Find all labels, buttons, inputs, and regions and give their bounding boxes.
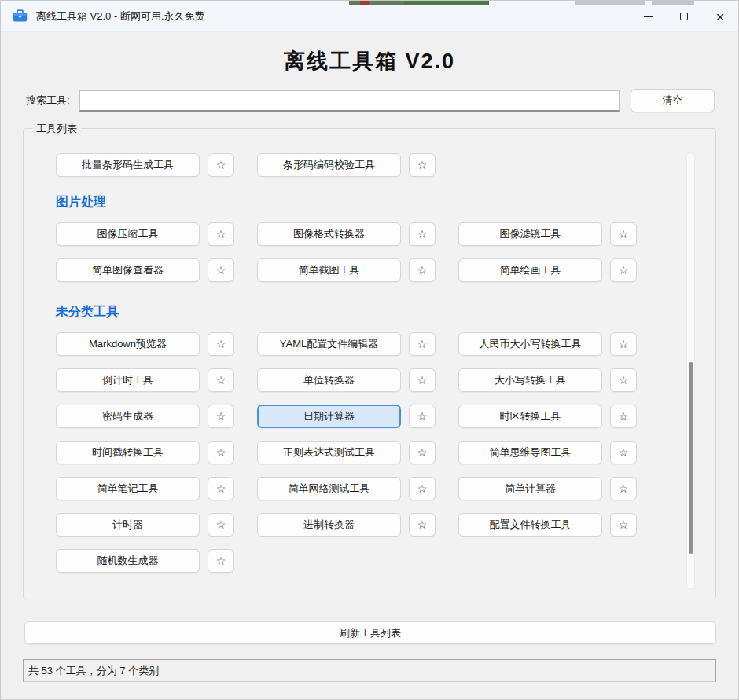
favorite-star-button[interactable]: ☆ bbox=[208, 405, 234, 428]
background-artifact bbox=[349, 1, 404, 5]
favorite-star-button[interactable]: ☆ bbox=[208, 549, 234, 573]
background-artifact bbox=[360, 1, 370, 5]
minimize-button[interactable] bbox=[630, 1, 666, 32]
favorite-star-button[interactable]: ☆ bbox=[208, 222, 234, 246]
close-button[interactable]: × bbox=[702, 1, 738, 32]
tool-cell: 简单笔记工具☆ bbox=[56, 477, 234, 500]
tool-button[interactable]: 图像滤镜工具 bbox=[458, 222, 602, 246]
tool-button[interactable]: 进制转换器 bbox=[257, 513, 401, 537]
favorite-star-button[interactable]: ☆ bbox=[409, 332, 436, 356]
favorite-star-button[interactable]: ☆ bbox=[409, 513, 436, 537]
favorite-star-button[interactable]: ☆ bbox=[409, 477, 436, 500]
tool-cell: 随机数生成器☆ bbox=[56, 549, 234, 573]
favorite-star-button[interactable]: ☆ bbox=[610, 441, 637, 464]
favorite-star-button[interactable]: ☆ bbox=[409, 153, 436, 177]
category-heading: 图片处理 bbox=[56, 194, 679, 211]
minimize-icon bbox=[644, 16, 653, 17]
favorite-star-button[interactable]: ☆ bbox=[610, 222, 637, 246]
tool-grid: Markdown预览器☆YAML配置文件编辑器☆人民币大小写转换工具☆倒计时工具… bbox=[24, 332, 679, 573]
tool-button[interactable]: 人民币大小写转换工具 bbox=[458, 332, 602, 356]
search-input[interactable] bbox=[79, 90, 620, 112]
tool-cell: 倒计时工具☆ bbox=[56, 368, 234, 392]
tool-cell: 图像格式转换器☆ bbox=[257, 222, 436, 246]
tool-button[interactable]: 单位转换器 bbox=[257, 368, 401, 392]
favorite-star-button[interactable]: ☆ bbox=[610, 332, 637, 356]
search-row: 搜索工具: 清空 bbox=[26, 89, 715, 112]
clear-search-button[interactable]: 清空 bbox=[631, 89, 715, 112]
tool-button[interactable]: 简单笔记工具 bbox=[56, 477, 200, 500]
tool-button[interactable]: 随机数生成器 bbox=[56, 549, 200, 573]
status-bar: 共 53 个工具，分为 7 个类别 bbox=[23, 659, 716, 682]
tool-button[interactable]: YAML配置文件编辑器 bbox=[257, 332, 401, 356]
tool-button[interactable]: 配置文件转换工具 bbox=[458, 513, 602, 537]
tool-cell: YAML配置文件编辑器☆ bbox=[257, 332, 436, 356]
tool-button[interactable]: 简单计算器 bbox=[458, 477, 602, 500]
tool-button[interactable]: 日期计算器 bbox=[257, 405, 401, 428]
tool-button[interactable]: 计时器 bbox=[56, 513, 200, 537]
tool-cell: 时区转换工具☆ bbox=[458, 405, 637, 428]
toolbox-app-icon bbox=[12, 8, 28, 24]
favorite-star-button[interactable]: ☆ bbox=[409, 222, 436, 246]
favorite-star-button[interactable]: ☆ bbox=[409, 405, 436, 428]
tool-cell: 图像压缩工具☆ bbox=[56, 222, 234, 246]
tool-button[interactable]: 大小写转换工具 bbox=[458, 368, 602, 392]
favorite-star-button[interactable]: ☆ bbox=[409, 368, 436, 392]
refresh-tool-list-button[interactable]: 刷新工具列表 bbox=[24, 621, 716, 644]
tool-button[interactable]: 正则表达式测试工具 bbox=[257, 441, 401, 464]
tool-button[interactable]: 时区转换工具 bbox=[458, 405, 602, 428]
favorite-star-button[interactable]: ☆ bbox=[208, 477, 234, 500]
favorite-star-button[interactable]: ☆ bbox=[610, 258, 637, 282]
tool-list: 批量条形码生成工具☆条形码编码校验工具☆图片处理图像压缩工具☆图像格式转换器☆图… bbox=[24, 135, 679, 594]
tool-cell: 正则表达式测试工具☆ bbox=[257, 441, 436, 464]
favorite-star-button[interactable]: ☆ bbox=[610, 405, 637, 428]
window-title: 离线工具箱 V2.0 - 断网可用.永久免费 bbox=[36, 9, 205, 24]
tool-button[interactable]: 倒计时工具 bbox=[56, 368, 200, 392]
tool-cell: 时间戳转换工具☆ bbox=[56, 441, 234, 464]
tool-button[interactable]: 简单图像查看器 bbox=[56, 258, 200, 282]
tool-cell: 大小写转换工具☆ bbox=[458, 368, 637, 392]
favorite-star-button[interactable]: ☆ bbox=[610, 477, 637, 500]
favorite-star-button[interactable]: ☆ bbox=[208, 368, 234, 392]
tool-cell: 简单截图工具☆ bbox=[257, 258, 436, 282]
tool-cell: 简单计算器☆ bbox=[458, 477, 637, 500]
tool-button[interactable]: 批量条形码生成工具 bbox=[56, 153, 200, 177]
maximize-button[interactable] bbox=[666, 1, 702, 32]
tool-cell: 简单绘画工具☆ bbox=[458, 258, 637, 282]
favorite-star-button[interactable]: ☆ bbox=[208, 441, 234, 464]
search-label: 搜索工具: bbox=[26, 93, 70, 108]
favorite-star-button[interactable]: ☆ bbox=[208, 513, 234, 537]
tool-button[interactable]: 时间戳转换工具 bbox=[56, 441, 200, 464]
window-controls: × bbox=[630, 1, 738, 32]
favorite-star-button[interactable]: ☆ bbox=[409, 441, 436, 464]
background-artifact bbox=[652, 1, 694, 5]
tool-grid: 图像压缩工具☆图像格式转换器☆图像滤镜工具☆简单图像查看器☆简单截图工具☆简单绘… bbox=[24, 222, 679, 282]
tool-button[interactable]: 图像压缩工具 bbox=[56, 222, 200, 246]
tool-cell: Markdown预览器☆ bbox=[56, 332, 234, 356]
tool-cell: 图像滤镜工具☆ bbox=[458, 222, 637, 246]
maximize-icon bbox=[680, 13, 688, 20]
category-heading: 未分类工具 bbox=[56, 304, 679, 321]
tool-cell: 密码生成器☆ bbox=[56, 405, 234, 428]
tool-button[interactable]: Markdown预览器 bbox=[56, 332, 200, 356]
favorite-star-button[interactable]: ☆ bbox=[208, 258, 234, 282]
tool-button[interactable]: 简单思维导图工具 bbox=[458, 441, 602, 464]
background-artifact bbox=[404, 1, 489, 5]
app-window: 离线工具箱 V2.0 - 断网可用.永久免费 × 离线工具箱 V2.0 搜索工具… bbox=[0, 0, 739, 700]
tool-button[interactable]: 简单网络测试工具 bbox=[257, 477, 401, 500]
tool-cell: 日期计算器☆ bbox=[257, 405, 436, 428]
tool-cell: 单位转换器☆ bbox=[257, 368, 436, 392]
tool-button[interactable]: 简单截图工具 bbox=[257, 258, 401, 282]
tool-cell: 配置文件转换工具☆ bbox=[458, 513, 637, 537]
tool-cell: 计时器☆ bbox=[56, 513, 234, 537]
tool-button[interactable]: 条形码编码校验工具 bbox=[257, 153, 401, 177]
tool-button[interactable]: 简单绘画工具 bbox=[458, 258, 602, 282]
favorite-star-button[interactable]: ☆ bbox=[208, 153, 234, 177]
favorite-star-button[interactable]: ☆ bbox=[610, 513, 637, 537]
scrollbar-thumb[interactable] bbox=[689, 362, 693, 554]
scrollbar[interactable] bbox=[686, 152, 695, 589]
favorite-star-button[interactable]: ☆ bbox=[409, 258, 436, 282]
tool-button[interactable]: 图像格式转换器 bbox=[257, 222, 401, 246]
tool-button[interactable]: 密码生成器 bbox=[56, 405, 200, 428]
favorite-star-button[interactable]: ☆ bbox=[610, 368, 637, 392]
favorite-star-button[interactable]: ☆ bbox=[208, 332, 234, 356]
